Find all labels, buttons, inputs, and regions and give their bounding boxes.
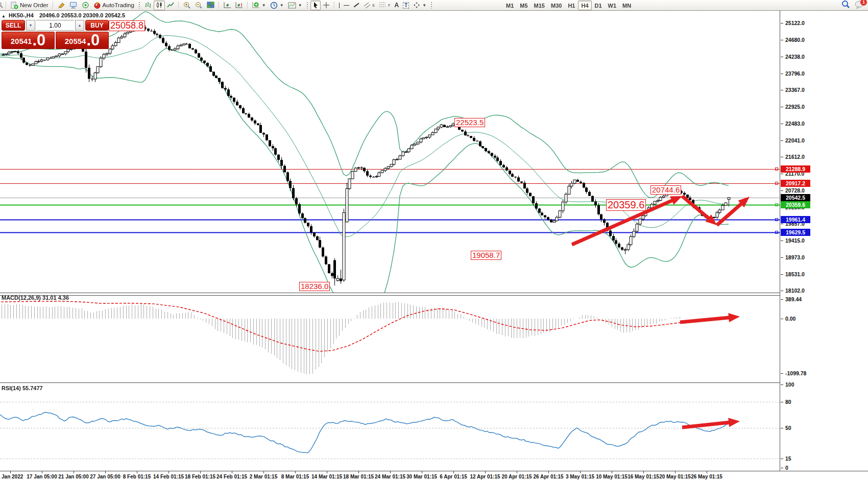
autotrading-button[interactable]: AutoTrading (91, 1, 136, 10)
styler-button[interactable] (56, 1, 67, 10)
price-annotation[interactable]: 20359.6 (606, 199, 646, 211)
macd-axis-label: 0.00 (785, 316, 795, 322)
vertical-line-tool[interactable] (337, 1, 342, 10)
macd-canvas[interactable] (0, 295, 780, 382)
separator (334, 2, 335, 9)
main-chart-canvas[interactable] (0, 11, 780, 293)
crosshair-button[interactable] (321, 1, 332, 10)
autotrading-label: AutoTrading (103, 2, 134, 8)
volume-decrease-button[interactable]: ▼ (26, 20, 35, 31)
price-axis-label: 19415.0 (785, 237, 805, 244)
volume-input[interactable] (36, 20, 74, 31)
vertical-line-icon (339, 3, 340, 8)
cursor-button[interactable] (310, 1, 321, 10)
timeframe-button-d1[interactable]: D1 (592, 1, 605, 10)
price-annotation[interactable]: 25058.8 (109, 20, 145, 31)
rsi-canvas[interactable] (0, 383, 780, 471)
arrows-icon (413, 2, 420, 9)
periods-button[interactable]: ▼ (268, 1, 286, 10)
volume-increase-button[interactable]: ▲ (75, 20, 84, 31)
text-label-icon: T (403, 2, 409, 9)
trendline-tool[interactable] (351, 1, 361, 10)
arrows-tool[interactable]: ▼ (411, 1, 428, 10)
axis-tick-mark (781, 190, 783, 191)
new-order-button[interactable]: New Order (9, 1, 51, 10)
zoom-in-button[interactable] (181, 1, 193, 10)
time-tick-mark (453, 471, 454, 473)
price-axis-label: 22041.0 (785, 137, 805, 143)
channel-tool[interactable]: E (361, 1, 377, 10)
time-axis-label: 30 Mar 01:15 (406, 474, 437, 479)
time-axis-label: 17 Jan 05:00 (27, 474, 57, 479)
price-axis-label: 22483.0 (785, 121, 805, 127)
time-axis-label: 12 Apr 01:15 (470, 474, 500, 479)
notifications-button[interactable]: 1 (855, 1, 865, 10)
market-watch-button[interactable] (67, 1, 80, 10)
price-axis-label: 18102.0 (785, 287, 805, 294)
chart-shift-icon (235, 2, 243, 9)
price-level-label: 19961.4 (781, 216, 810, 223)
metatrader-window: New Order AutoTrading (0, 0, 868, 480)
tile-windows-button[interactable] (205, 1, 216, 10)
timeframe-button-m1[interactable]: M1 (503, 1, 517, 10)
price-annotation[interactable]: 19058.7 (471, 251, 501, 260)
zoom-out-button[interactable] (193, 1, 205, 10)
axis-tick-mark (781, 90, 783, 90)
timeframe-button-m5[interactable]: M5 (517, 1, 531, 10)
price-annotation[interactable]: 20744.6 (650, 185, 681, 195)
line-chart-button[interactable] (165, 1, 176, 10)
price-annotation[interactable]: 18236.0 (299, 282, 330, 291)
sell-button[interactable]: SELL (2, 20, 25, 31)
time-tick-mark (200, 471, 201, 473)
time-tick-mark (327, 471, 327, 473)
sell-price[interactable]: 20541.0 (2, 32, 55, 49)
text-label-tool[interactable]: T (401, 1, 411, 10)
horizontal-line-tool[interactable] (342, 1, 351, 10)
time-axis-label: 14 Feb 01:15 (153, 474, 184, 479)
price-axis-label: 24680.0 (785, 37, 805, 43)
toolbar-grip[interactable] (138, 2, 140, 9)
timeframe-button-mn[interactable]: MN (619, 1, 634, 10)
toolbar-grip[interactable] (306, 2, 308, 9)
price-axis-border (780, 11, 780, 471)
timeframe-button-m15[interactable]: M15 (531, 1, 548, 10)
time-axis-label: 21 Jan 05:00 (58, 474, 89, 479)
time-axis-label: 24 Feb 01:15 (216, 474, 247, 479)
time-axis-label: 18 Mar 01:15 (343, 474, 374, 479)
axis-tick-mark (781, 174, 783, 174)
toolbar-grip[interactable] (430, 2, 432, 9)
axis-tick-mark (781, 74, 783, 74)
horizontal-line-icon (344, 5, 349, 6)
time-axis-label: 20 May 01:15 (659, 474, 691, 479)
separator (53, 2, 54, 9)
indicators-button[interactable]: ▼ (250, 1, 268, 10)
time-axis[interactable]: 1 Jan 202217 Jan 05:0021 Jan 05:0027 Jan… (0, 471, 868, 480)
axis-tick-mark (781, 40, 783, 40)
auto-scroll-button[interactable] (222, 1, 233, 10)
timeframe-button-m30[interactable]: M30 (548, 1, 565, 10)
candlestick-chart-button[interactable] (154, 1, 165, 10)
axis-tick-mark (781, 140, 783, 141)
line-chart-icon (167, 2, 174, 9)
channel-icon (364, 2, 371, 9)
price-level-label: 20359.6 (781, 201, 810, 208)
sonar-icon (82, 2, 89, 9)
panel-separator[interactable] (0, 382, 780, 383)
templates-button[interactable]: ▼ (286, 1, 304, 10)
text-tool[interactable]: A (393, 1, 401, 10)
chart-shift-button[interactable] (233, 1, 245, 10)
timeframe-button-w1[interactable]: W1 (605, 1, 620, 10)
fibonacci-tool[interactable]: F (377, 1, 392, 10)
bar-chart-icon (144, 2, 152, 9)
timeframe-button-h1[interactable]: H1 (565, 1, 578, 10)
timeframe-button-h4[interactable]: H4 (578, 1, 591, 10)
bar-chart-button[interactable] (142, 1, 154, 10)
signals-button[interactable] (80, 1, 91, 10)
buy-button[interactable]: BUY (85, 20, 109, 31)
time-axis-label: 8 Mar 01:15 (281, 474, 309, 479)
price-annotation[interactable]: 22523.5 (454, 118, 485, 127)
separator (219, 2, 220, 9)
buy-price[interactable]: 20554.0 (56, 32, 109, 49)
search-button[interactable] (841, 0, 851, 10)
price-axis-label: 18973.0 (785, 254, 805, 260)
